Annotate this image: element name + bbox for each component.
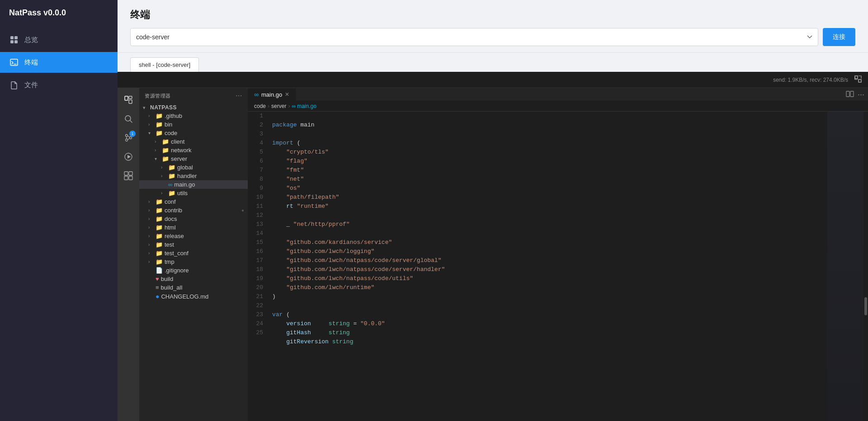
tree-item-handler[interactable]: › 📁 handler xyxy=(139,172,248,180)
folder-icon-tmp: 📁 xyxy=(156,258,163,265)
folder-icon-html: 📁 xyxy=(156,224,163,231)
tree-item-global[interactable]: › 📁 global xyxy=(139,163,248,172)
arrow-icon: › xyxy=(148,242,154,247)
contrib-dot: ● xyxy=(241,208,248,213)
main-panel: 终端 code-server 连接 shell - [code-server] … xyxy=(118,0,868,421)
gitignore-icon: 📄 xyxy=(156,267,163,274)
tree-item-utils[interactable]: › 📁 utils xyxy=(139,189,248,197)
go-dot-icon: ∞ xyxy=(254,91,259,98)
editor-tab-label: main.go xyxy=(261,91,282,98)
tree-item-release[interactable]: › 📁 release xyxy=(139,232,248,240)
sidebar-nav: 总览 终端 文件 xyxy=(0,26,118,99)
breadcrumb-file: ∞ main.go xyxy=(292,103,316,109)
folder-icon-bin: 📁 xyxy=(156,121,163,128)
explorer-menu[interactable]: ··· xyxy=(236,92,242,100)
folder-icon-release: 📁 xyxy=(156,233,163,239)
svg-point-11 xyxy=(126,135,128,137)
tree-item-main-go[interactable]: › ∞ main.go xyxy=(139,180,248,189)
activity-search[interactable] xyxy=(120,111,137,127)
folder-icon-utils: 📁 xyxy=(168,190,175,196)
arrow-icon: › xyxy=(155,148,160,153)
tree-item-tmp[interactable]: › 📁 tmp xyxy=(139,257,248,266)
arrow-icon: › xyxy=(148,216,154,221)
tree-item-docs[interactable]: › 📁 docs xyxy=(139,215,248,223)
tree-item-code[interactable]: ▾ 📁 code xyxy=(139,129,248,137)
activity-run[interactable] xyxy=(120,149,137,165)
tree-item-build[interactable]: › ♥ build xyxy=(139,275,248,283)
activity-git[interactable]: 1 xyxy=(120,130,137,146)
file-icon xyxy=(9,80,19,90)
activity-explorer[interactable] xyxy=(120,92,137,108)
sidebar-item-overview-label: 总览 xyxy=(24,36,38,44)
svg-rect-5 xyxy=(855,76,858,79)
file-tree: ▾ NATPASS › 📁 .github › 📁 bin xyxy=(139,103,248,421)
tree-item-server[interactable]: ▾ 📁 server xyxy=(139,154,248,163)
expand-icon[interactable] xyxy=(854,75,863,85)
svg-rect-0 xyxy=(10,36,14,39)
explorer-header: 资源管理器 ··· xyxy=(139,88,248,103)
tree-item-network[interactable]: › 📁 network xyxy=(139,146,248,154)
code-editor: ∞ main.go ✕ ··· xyxy=(248,88,868,421)
grid-icon xyxy=(9,35,19,45)
page-title: 终端 xyxy=(130,8,855,22)
editor-scrollbar[interactable] xyxy=(863,112,868,421)
arrow-icon: › xyxy=(161,191,166,196)
arrow-icon: › xyxy=(148,225,154,230)
tab-shell[interactable]: shell - [code-server] xyxy=(130,57,199,72)
arrow-icon: › xyxy=(161,165,166,170)
list-icon: ≡ xyxy=(156,284,159,291)
folder-icon-server: 📁 xyxy=(162,155,169,162)
tree-item-test-conf[interactable]: › 📁 test_conf xyxy=(139,249,248,257)
arrow-icon: › xyxy=(148,208,154,213)
tree-item-test[interactable]: › 📁 test xyxy=(139,240,248,249)
arrow-icon: › xyxy=(161,173,166,178)
tree-item-contrib[interactable]: › 📁 contrib ● xyxy=(139,206,248,215)
scrollbar-thumb[interactable] xyxy=(864,297,867,315)
activity-extensions[interactable] xyxy=(120,168,137,184)
server-select[interactable]: code-server xyxy=(130,28,818,46)
editor-topbar-right: ··· xyxy=(846,90,868,99)
connection-bar: code-server 连接 xyxy=(130,28,855,46)
arrow-icon: › xyxy=(148,122,154,127)
terminal-stats: send: 1.9KB/s, recv: 274.0KB/s xyxy=(773,77,848,83)
tree-item-gitignore[interactable]: › 📄 .gitignore xyxy=(139,266,248,275)
sidebar-item-terminal-label: 终端 xyxy=(24,58,38,67)
svg-rect-19 xyxy=(846,91,849,97)
svg-rect-7 xyxy=(125,96,128,100)
sidebar-item-overview[interactable]: 总览 xyxy=(0,29,118,50)
git-badge: 1 xyxy=(129,131,136,137)
more-icon[interactable]: ··· xyxy=(858,90,864,99)
activity-bar: 1 xyxy=(118,88,139,421)
tree-item-bin[interactable]: › 📁 bin xyxy=(139,120,248,129)
folder-icon-test-conf: 📁 xyxy=(156,250,163,257)
arrow-icon: › xyxy=(148,259,154,264)
connect-button[interactable]: 连接 xyxy=(823,28,855,46)
split-editor-icon[interactable] xyxy=(846,91,854,98)
breadcrumb-server: server xyxy=(271,103,286,109)
folder-icon-code: 📁 xyxy=(156,130,163,136)
folder-icon-contrib: 📁 xyxy=(156,207,163,214)
tab-close-icon[interactable]: ✕ xyxy=(285,91,289,98)
tree-item-build-all[interactable]: › ≡ build_all xyxy=(139,283,248,292)
svg-rect-15 xyxy=(124,172,128,175)
svg-rect-8 xyxy=(129,96,132,98)
tree-root[interactable]: ▾ NATPASS xyxy=(139,103,248,112)
svg-rect-18 xyxy=(129,176,132,180)
editor-tab-main-go[interactable]: ∞ main.go ✕ xyxy=(248,88,296,101)
tree-item-changelog[interactable]: › ● CHANGELOG.md xyxy=(139,292,248,301)
minimap xyxy=(827,112,863,421)
editor-tabs: ∞ main.go ✕ ··· xyxy=(248,88,868,101)
svg-rect-1 xyxy=(14,36,18,39)
tree-item-github[interactable]: › 📁 .github xyxy=(139,112,248,120)
tree-item-client[interactable]: › 📁 client xyxy=(139,137,248,146)
tree-item-conf[interactable]: › 📁 conf xyxy=(139,197,248,206)
heart-icon: ♥ xyxy=(156,276,159,282)
sidebar-item-terminal[interactable]: 终端 xyxy=(0,52,118,73)
svg-rect-6 xyxy=(859,80,861,82)
code-content: package main import ( "crypto/tls" "flag… xyxy=(267,112,827,421)
sidebar-item-files[interactable]: 文件 xyxy=(0,75,118,95)
folder-icon-global: 📁 xyxy=(168,164,175,171)
tree-item-html[interactable]: › 📁 html xyxy=(139,223,248,232)
code-area: 1 2 3 4 5 6 7 8 9 10 11 12 13 xyxy=(248,112,868,421)
arrow-icon: ▾ xyxy=(155,156,160,161)
